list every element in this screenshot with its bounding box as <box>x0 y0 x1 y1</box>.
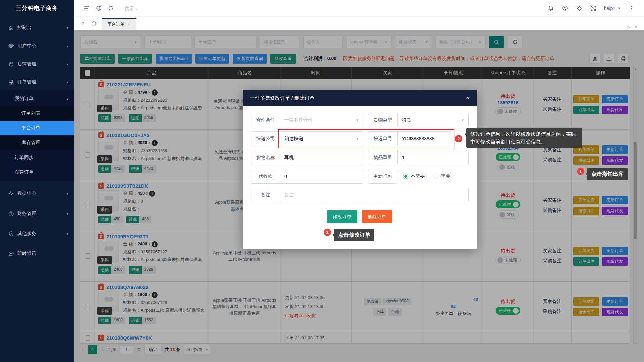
field-select[interactable]: 特货▼ <box>398 113 468 127</box>
sidebar-item-3[interactable]: 订单管理▴ <box>0 74 74 90</box>
field-label: 寄件条件 <box>251 113 280 127</box>
sidebar-item-7[interactable]: 库存管理 <box>0 135 74 150</box>
field-label: 物品重量 <box>368 150 398 165</box>
refresh-icon[interactable] <box>105 2 117 14</box>
sidebar-item-13[interactable]: 即时通讯 <box>0 246 74 261</box>
sidebar: 三分钟电子商务 控制台▾用户中心▾店铺管理▾订单管理▴我的订单▴订单列表平台订单… <box>0 0 74 362</box>
field-input[interactable]: 1 <box>398 150 468 165</box>
step1-tooltip: 点击撤销出库 <box>587 168 628 180</box>
shield-icon <box>8 231 14 237</box>
field-value: 备注 <box>284 192 294 198</box>
sidebar-item-8[interactable]: 订单同步 <box>0 150 74 165</box>
delete-order-button[interactable]: 删除订单 <box>362 210 392 223</box>
chat-icon <box>8 251 14 257</box>
modal-form-row: 快递公司韵达快递▼快递单号YD6888888888 <box>251 131 469 146</box>
step2-badge: 2 <box>455 135 462 142</box>
repack-radios: 不需要需要 <box>397 169 450 184</box>
field-select[interactable]: 一票多件寄出▼ <box>280 113 363 127</box>
sidebar-item-label: 控制台 <box>17 25 32 31</box>
sidebar-item-12[interactable]: 其他服务▾ <box>0 226 74 241</box>
field-label: 快递公司 <box>251 132 280 146</box>
caret-down-icon: ▾ <box>67 232 68 236</box>
chevron-down-icon: ▼ <box>356 137 359 141</box>
sidebar-item-label: 订单管理 <box>17 79 36 85</box>
field-select[interactable]: 韵达快递▼ <box>280 132 363 146</box>
radio-dot <box>403 174 408 179</box>
fullscreen-icon[interactable] <box>587 2 599 14</box>
app-title: 三分钟电子商务 <box>0 0 74 17</box>
sidebar-item-4[interactable]: 我的订单▴ <box>0 91 74 106</box>
sidebar-item-9[interactable]: 创建订单 <box>0 165 74 180</box>
field-group-货物类型: 货物类型特货▼ <box>368 113 469 127</box>
sidebar-item-label: 创建订单 <box>15 169 34 175</box>
radio-dot <box>433 174 439 179</box>
field-input[interactable]: 0 <box>280 169 363 183</box>
tabbar: « 平台订单 × » ˅ <box>74 17 644 30</box>
field-label: 货物类型 <box>368 113 398 127</box>
radio-不需要[interactable]: 不需要 <box>403 173 425 179</box>
field-label: 快递单号 <box>368 132 398 146</box>
radio-label: 不需要 <box>411 173 425 179</box>
palette-icon[interactable] <box>559 2 571 14</box>
user-menu[interactable]: help1 ▼ <box>604 6 621 11</box>
field-input[interactable]: 备注 <box>280 188 468 202</box>
sidebar-item-2[interactable]: 店铺管理▾ <box>0 56 74 72</box>
close-tab-icon[interactable]: × <box>128 22 131 27</box>
modify-order-modal: 一件多票修改订单 / 删除订单 × 寄件条件一票多件寄出▼货物类型特货▼快递公司… <box>243 90 477 249</box>
tab-label: 平台订单 <box>107 21 125 27</box>
modify-order-button[interactable]: 修改订单 <box>327 210 357 223</box>
caret-down-icon: ▾ <box>67 26 68 30</box>
tabs-back-icon[interactable]: « <box>78 16 88 30</box>
field-group-寄件条件: 寄件条件一票多件寄出▼ <box>251 113 363 127</box>
tab-platform-orders[interactable]: 平台订单 × <box>102 18 136 30</box>
field-input[interactable]: 耳机 <box>280 150 363 165</box>
field-value: 1 <box>402 155 405 160</box>
field-value: 韵达快递 <box>284 136 303 142</box>
bell-icon[interactable] <box>545 2 557 14</box>
field-label: 货物名称 <box>251 150 280 165</box>
sidebar-item-11[interactable]: 财务管理▾ <box>0 206 74 221</box>
sidebar-item-1[interactable]: 用户中心▾ <box>0 38 74 54</box>
search-input[interactable] <box>125 6 225 11</box>
tabs-dropdown-icon[interactable]: ˅ <box>634 24 637 30</box>
field-value: 耳机 <box>284 155 294 161</box>
sidebar-menu: 控制台▾用户中心▾店铺管理▾订单管理▴我的订单▴订单列表平台订单库存管理订单同步… <box>0 17 74 362</box>
shop-icon <box>8 61 14 67</box>
chevron-down-icon: ▼ <box>356 118 359 122</box>
field-value: 一票多件寄出 <box>284 117 313 123</box>
field-value: YD6888888888 <box>402 136 434 141</box>
home-tab-icon[interactable] <box>88 16 100 30</box>
modal-header: 一件多票修改订单 / 删除订单 × <box>243 90 477 106</box>
step1-badge: 1 <box>577 168 584 175</box>
sidebar-item-0[interactable]: 控制台▾ <box>0 20 74 36</box>
orders-icon <box>8 79 14 85</box>
sidebar-item-label: 财务管理 <box>17 210 36 217</box>
sidebar-item-label: 其他服务 <box>17 231 36 237</box>
field-group-备注: 备注备注 <box>251 188 469 202</box>
data-icon <box>8 190 14 196</box>
radio-需要[interactable]: 需要 <box>433 173 450 179</box>
caret-up-icon: ▴ <box>67 97 68 101</box>
field-group-代收款: 代收款0 <box>251 169 363 184</box>
sidebar-item-10[interactable]: 数据中心▾ <box>0 186 74 201</box>
sidebar-submenu: 我的订单▴订单列表平台订单库存管理订单同步创建订单 <box>0 90 74 181</box>
modal-title: 一件多票修改订单 / 删除订单 <box>250 95 315 101</box>
more-icon[interactable] <box>625 2 637 14</box>
field-group-快递单号: 快递单号YD6888888888 <box>368 131 451 146</box>
step2-tooltip: 修改订单信息，这里以修改快递信息为例，实际中可修改当前窗口任意可变信息。 <box>466 128 582 148</box>
tabs-forward-icon[interactable]: » <box>627 24 630 30</box>
sidebar-item-6[interactable]: 平台订单 <box>0 121 74 135</box>
tag-icon[interactable] <box>573 2 585 14</box>
sidebar-item-label: 用户中心 <box>17 43 36 49</box>
modal-body: 寄件条件一票多件寄出▼货物类型特货▼快递公司韵达快递▼快递单号YD6888888… <box>243 106 477 249</box>
caret-up-icon: ▴ <box>67 80 68 84</box>
collapse-menu-icon[interactable] <box>80 2 93 14</box>
user-name: help1 <box>604 6 615 11</box>
sidebar-item-label: 即时通讯 <box>17 251 36 257</box>
sidebar-item-5[interactable]: 订单列表 <box>0 106 74 121</box>
sidebar-item-label: 订单列表 <box>21 110 40 116</box>
repack-label: 重新打包 <box>368 169 397 184</box>
close-icon[interactable]: × <box>466 95 469 101</box>
field-input[interactable]: YD6888888888 <box>398 132 451 146</box>
globe-icon[interactable] <box>93 2 105 14</box>
